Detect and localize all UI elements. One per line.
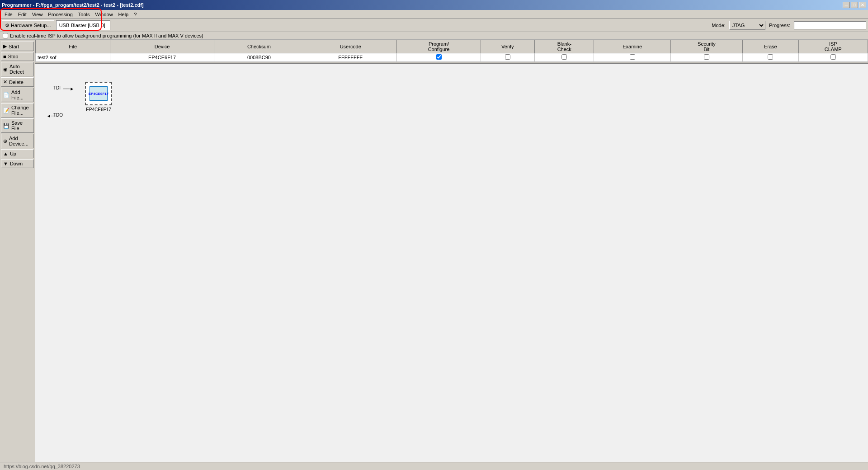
menu-edit[interactable]: Edit xyxy=(15,11,29,18)
menu-window[interactable]: Window xyxy=(92,11,115,18)
status-url: https://blog.csdn.net/qq_38220273 xyxy=(4,464,80,469)
col-checksum: Checksum xyxy=(214,40,304,53)
isp-row: Enable real-time ISP to allow background… xyxy=(0,32,868,40)
auto-detect-button[interactable]: ◉ Auto Detect xyxy=(1,62,34,76)
mode-area: Mode: JTAG AS PS Progress: xyxy=(712,21,866,30)
status-bar: https://blog.csdn.net/qq_38220273 xyxy=(0,462,868,470)
change-file-button[interactable]: 📝 Change File... xyxy=(1,103,34,118)
chip-inner-text: EP4CE6F17 xyxy=(89,92,108,96)
cell-checksum: 0008BC90 xyxy=(214,53,304,62)
minimize-button[interactable]: ─ xyxy=(843,2,850,8)
add-file-icon: 📄 xyxy=(3,92,9,98)
cell-blank-check[interactable] xyxy=(535,53,594,62)
chip-name: EP4CE6F17 xyxy=(85,107,112,112)
add-device-button[interactable]: ⊕ Add Device... xyxy=(1,134,34,148)
col-program: Program/Configure xyxy=(397,40,481,53)
col-examine: Examine xyxy=(594,40,670,53)
window-controls: ─ □ ✕ xyxy=(843,2,866,8)
save-file-icon: 💾 xyxy=(3,123,9,129)
menu-tools[interactable]: Tools xyxy=(75,11,93,18)
cell-file: test2.sof xyxy=(36,53,110,62)
add-file-button[interactable]: 📄 Add File... xyxy=(1,88,34,102)
save-file-button[interactable]: 💾 Save File xyxy=(1,118,34,133)
col-usercode: Usercode xyxy=(304,40,397,53)
tdi-label: TDI xyxy=(53,85,61,90)
restore-button[interactable]: □ xyxy=(851,2,858,8)
cell-security-bit[interactable] xyxy=(670,53,742,62)
cell-verify[interactable] xyxy=(481,53,534,62)
menu-processing[interactable]: Processing xyxy=(45,11,75,18)
cell-program[interactable] xyxy=(397,53,481,62)
stop-button[interactable]: ■ Stop xyxy=(1,52,34,61)
stop-icon: ■ xyxy=(3,54,6,59)
diagram-area: TDI ──► EP4CE6F17 EP4CE6F17 TDO ◄ xyxy=(35,64,868,469)
col-erase: Erase xyxy=(743,40,798,53)
up-icon: ▲ xyxy=(3,151,8,156)
isp-label: Enable real-time ISP to allow background… xyxy=(10,33,203,38)
hw-setup-icon: ⚙ xyxy=(5,23,9,28)
col-verify: Verify xyxy=(481,40,534,53)
down-button[interactable]: ▼ Down xyxy=(1,159,34,168)
cell-erase[interactable] xyxy=(743,53,798,62)
hardware-device-label: USB-Blaster [USB-0] xyxy=(56,20,110,30)
table-area: File Device Checksum Usercode Program/Co… xyxy=(35,40,868,62)
table-row: test2.sof EP4CE6F17 0008BC90 FFFFFFFF xyxy=(36,53,868,62)
col-isp-clamp: ISPCLAMP xyxy=(798,40,868,53)
chip-inner: EP4CE6F17 xyxy=(90,86,108,101)
blank-check-checkbox[interactable] xyxy=(561,54,567,60)
tdi-arrow: ──► xyxy=(63,86,74,91)
cell-isp-clamp[interactable] xyxy=(798,53,868,62)
jtag-diagram: TDI ──► EP4CE6F17 EP4CE6F17 TDO ◄ xyxy=(71,73,99,96)
delete-button[interactable]: ✕ Delete xyxy=(1,77,34,87)
menu-help[interactable]: Help xyxy=(116,11,132,18)
verify-checkbox[interactable] xyxy=(505,54,510,60)
programmer-table: File Device Checksum Usercode Program/Co… xyxy=(35,40,868,62)
security-bit-checkbox[interactable] xyxy=(704,54,709,60)
program-checkbox[interactable] xyxy=(436,54,442,60)
delete-icon: ✕ xyxy=(3,79,7,85)
close-button[interactable]: ✕ xyxy=(859,2,866,8)
detect-icon: ◉ xyxy=(3,66,8,72)
cell-examine[interactable] xyxy=(594,53,670,62)
down-icon: ▼ xyxy=(3,161,8,166)
sidebar: ▶ Start ■ Stop ◉ Auto Detect ✕ Delete 📄 … xyxy=(0,40,35,469)
isp-checkbox[interactable] xyxy=(3,33,8,38)
mode-label: Mode: xyxy=(712,23,726,28)
tdo-arrow: ◄── xyxy=(47,113,57,118)
title-bar: Programmer - F:/fpga_progam/test2/test2 … xyxy=(0,0,868,10)
menu-bar: File Edit View Processing Tools Window H… xyxy=(0,10,868,19)
cell-usercode: FFFFFFFF xyxy=(304,53,397,62)
main-area: ▶ Start ■ Stop ◉ Auto Detect ✕ Delete 📄 … xyxy=(0,40,868,469)
isp-clamp-checkbox[interactable] xyxy=(830,54,836,60)
mode-select[interactable]: JTAG AS PS xyxy=(729,21,765,30)
menu-question[interactable]: ? xyxy=(131,11,139,18)
window-title: Programmer - F:/fpga_progam/test2/test2 … xyxy=(2,2,144,8)
up-button[interactable]: ▲ Up xyxy=(1,149,34,158)
erase-checkbox[interactable] xyxy=(768,54,773,60)
change-file-icon: 📝 xyxy=(3,108,9,113)
content-area: File Device Checksum Usercode Program/Co… xyxy=(35,40,868,469)
progress-label: Progress: xyxy=(769,23,790,28)
col-file: File xyxy=(36,40,110,53)
progress-bar xyxy=(794,21,866,29)
examine-checkbox[interactable] xyxy=(630,54,635,60)
col-security-bit: SecurityBit xyxy=(670,40,742,53)
start-icon: ▶ xyxy=(3,43,7,49)
menu-view[interactable]: View xyxy=(29,11,46,18)
chip-box: EP4CE6F17 xyxy=(85,82,112,105)
toolbar: ⚙ Hardware Setup... USB-Blaster [USB-0] … xyxy=(0,19,868,32)
menu-file[interactable]: File xyxy=(2,11,15,18)
col-device: Device xyxy=(110,40,214,53)
hardware-setup-button[interactable]: ⚙ Hardware Setup... xyxy=(2,20,54,30)
cell-device: EP4CE6F17 xyxy=(110,53,214,62)
start-button[interactable]: ▶ Start xyxy=(1,42,34,51)
col-blank-check: Blank-Check xyxy=(535,40,594,53)
add-device-icon: ⊕ xyxy=(3,138,7,144)
